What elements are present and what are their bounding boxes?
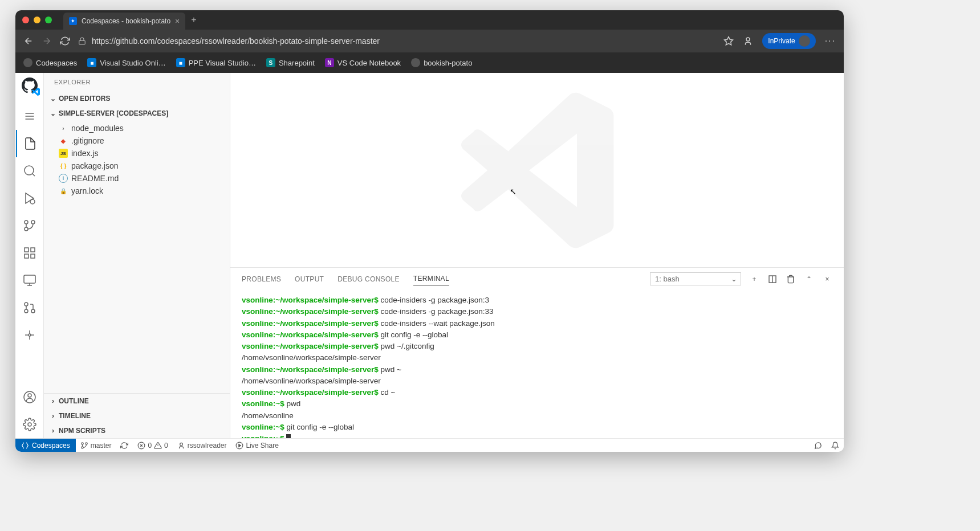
accounts-icon[interactable] xyxy=(16,383,43,411)
favorite-icon[interactable] xyxy=(723,36,734,46)
timeline-section[interactable]: ›TIMELINE xyxy=(44,409,230,423)
inprivate-badge[interactable]: InPrivate xyxy=(762,33,815,49)
file-tree: ›node_modules◆.gitignoreJSindex.js{ }pac… xyxy=(44,121,230,198)
bookmarks-bar: Codespaces■Visual Studio Onli…■PPE Visua… xyxy=(15,52,844,73)
extensions-icon[interactable] xyxy=(16,239,43,267)
status-liveshare[interactable]: Live Share xyxy=(231,442,283,450)
bookmark-label: Codespaces xyxy=(36,59,77,67)
panel-tab-terminal[interactable]: TERMINAL xyxy=(413,272,449,285)
bookmark-item[interactable]: SSharepoint xyxy=(266,58,315,67)
refresh-button[interactable] xyxy=(60,36,70,46)
status-sync[interactable] xyxy=(116,442,133,450)
file-item[interactable]: 🔒yarn.lock xyxy=(44,185,230,197)
file-item[interactable]: JSindex.js xyxy=(44,147,230,160)
svg-point-10 xyxy=(25,227,28,231)
npm-scripts-label: NPM SCRIPTS xyxy=(59,427,105,435)
status-bell-icon[interactable] xyxy=(827,442,844,450)
forward-button[interactable] xyxy=(42,36,52,46)
window-maximize-button[interactable] xyxy=(45,17,52,23)
terminal-output[interactable]: vsonline:~/workspace/simple-server$ code… xyxy=(230,290,844,438)
info-icon: i xyxy=(59,174,68,183)
search-icon[interactable] xyxy=(16,157,43,185)
bookmark-icon: S xyxy=(266,58,275,67)
traffic-lights xyxy=(22,17,52,23)
workspace-section[interactable]: ⌄SIMPLE-SERVER [CODESPACES] xyxy=(44,106,230,121)
chevron-right-icon: › xyxy=(50,412,56,420)
bookmark-icon xyxy=(23,58,32,67)
panel-tabs: PROBLEMSOUTPUTDEBUG CONSOLETERMINAL 1: b… xyxy=(230,268,844,290)
svg-point-21 xyxy=(31,309,35,313)
browser-tab[interactable]: ✦ Codespaces - bookish-potato × xyxy=(63,13,185,30)
outline-label: OUTLINE xyxy=(59,397,89,405)
bookmark-icon: ■ xyxy=(87,58,96,67)
svg-rect-16 xyxy=(24,275,35,283)
terminal-line: /home/vsonline/workspace/simple-server xyxy=(242,375,832,387)
bookmark-item[interactable]: NVS Code Notebook xyxy=(325,58,401,67)
kill-terminal-button[interactable] xyxy=(786,274,796,284)
explorer-icon[interactable] xyxy=(16,130,43,157)
bookmark-label: VS Code Notebook xyxy=(337,59,401,67)
json-icon: { } xyxy=(59,161,68,170)
github-logo xyxy=(22,77,38,93)
file-item[interactable]: { }package.json xyxy=(44,160,230,172)
outline-section[interactable]: ›OUTLINE xyxy=(44,394,230,409)
split-terminal-button[interactable] xyxy=(767,274,778,284)
window-close-button[interactable] xyxy=(22,17,29,23)
status-branch[interactable]: master xyxy=(76,442,116,450)
file-name: package.json xyxy=(71,161,119,170)
bookmark-item[interactable]: Codespaces xyxy=(23,58,77,67)
window-minimize-button[interactable] xyxy=(34,17,40,23)
panel-tab-problems[interactable]: PROBLEMS xyxy=(242,273,281,285)
status-problems[interactable]: 0 0 xyxy=(133,442,172,450)
new-terminal-button[interactable]: + xyxy=(749,274,759,284)
file-name: yarn.lock xyxy=(71,186,103,195)
tab-title: Codespaces - bookish-potato xyxy=(82,17,170,25)
status-branch-label: master xyxy=(91,442,112,450)
remote-explorer-icon[interactable] xyxy=(16,267,43,294)
svg-point-5 xyxy=(25,166,34,175)
liveshare-icon[interactable] xyxy=(16,321,43,349)
maximize-panel-button[interactable]: ⌃ xyxy=(804,274,814,284)
github-pr-icon[interactable] xyxy=(16,294,43,321)
file-item[interactable]: ›node_modules xyxy=(44,122,230,134)
close-panel-button[interactable]: × xyxy=(822,274,832,284)
more-icon[interactable]: ··· xyxy=(825,36,836,46)
status-warnings-count: 0 xyxy=(164,442,168,450)
url-field[interactable]: https://github.com/codespaces/rssowlread… xyxy=(78,36,715,46)
open-editors-section[interactable]: ⌄OPEN EDITORS xyxy=(44,91,230,106)
chevron-down-icon: ⌄ xyxy=(50,95,56,103)
npm-scripts-section[interactable]: ›NPM SCRIPTS xyxy=(44,423,230,438)
chevron-down-icon: ⌄ xyxy=(731,275,737,283)
run-debug-icon[interactable] xyxy=(16,185,43,212)
inprivate-avatar xyxy=(799,35,810,47)
menu-icon[interactable] xyxy=(16,103,43,130)
bookmark-item[interactable]: ■PPE Visual Studio… xyxy=(176,58,256,67)
back-button[interactable] xyxy=(23,36,34,46)
vscode-watermark-icon xyxy=(457,91,617,250)
settings-gear-icon[interactable] xyxy=(16,411,43,438)
svg-rect-14 xyxy=(25,254,29,258)
profile-icon[interactable] xyxy=(743,36,753,46)
activity-bar xyxy=(15,73,44,438)
source-control-icon[interactable] xyxy=(16,212,43,239)
terminal-selector[interactable]: 1: bash⌄ xyxy=(650,272,741,285)
tab-close-icon[interactable]: × xyxy=(175,17,180,26)
bookmark-item[interactable]: bookish-potato xyxy=(411,58,472,67)
panel-tab-output[interactable]: OUTPUT xyxy=(295,273,324,285)
new-tab-button[interactable]: + xyxy=(191,15,196,25)
cursor-pointer: ↖ xyxy=(510,187,517,196)
panel-tab-debug-console[interactable]: DEBUG CONSOLE xyxy=(337,273,400,285)
status-user[interactable]: rssowlreader xyxy=(173,442,231,450)
sidebar-title: EXPLORER xyxy=(44,73,230,91)
status-liveshare-label: Live Share xyxy=(246,442,278,450)
file-item[interactable]: ◆.gitignore xyxy=(44,134,230,147)
status-codespaces[interactable]: Codespaces xyxy=(15,439,76,452)
file-item[interactable]: iREADME.md xyxy=(44,172,230,185)
terminal-line: vsonline:~$ pwd xyxy=(242,398,832,410)
bookmark-item[interactable]: ■Visual Studio Onli… xyxy=(87,58,165,67)
bookmark-label: PPE Visual Studio… xyxy=(189,59,256,67)
terminal-line: vsonline:~/workspace/simple-server$ cd ~ xyxy=(242,387,832,398)
terminal-line: /home/vsonline xyxy=(242,410,832,422)
url-bar: https://github.com/codespaces/rssowlread… xyxy=(15,30,844,52)
status-feedback-icon[interactable] xyxy=(810,442,827,450)
